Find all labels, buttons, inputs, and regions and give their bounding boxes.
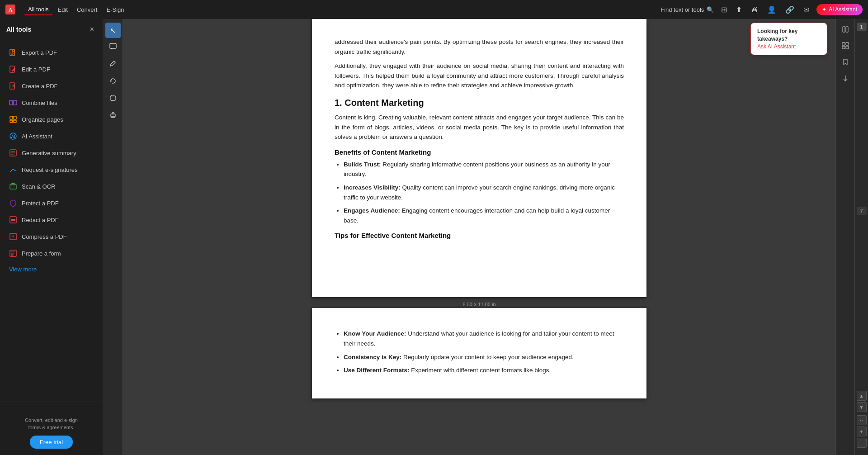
sidebar-header: All tools ×: [0, 19, 103, 40]
ai-tooltip: Looking for key takeaways? Ask AI Assist…: [750, 23, 827, 55]
scroll-up-button[interactable]: ▲: [857, 391, 867, 401]
sidebar-item-create-pdf[interactable]: Create a PDF: [3, 78, 100, 94]
svg-rect-10: [14, 120, 16, 123]
crop-tool-button[interactable]: [105, 91, 121, 107]
menu-edit[interactable]: Edit: [54, 5, 71, 15]
svg-rect-6: [14, 100, 17, 105]
sidebar-item-request-esignatures[interactable]: Request e-signatures: [3, 161, 100, 178]
share-icon[interactable]: ⬆: [734, 4, 744, 16]
sidebar: All tools × Export a PDF Edit a PDF: [0, 19, 103, 455]
app-brand: A: [5, 5, 15, 14]
sidebar-item-redact-pdf[interactable]: Redact a PDF: [3, 212, 100, 228]
page-number-7[interactable]: 7: [857, 207, 867, 215]
scroll-down-button[interactable]: ▼: [857, 402, 867, 412]
select-icon: ↖: [110, 26, 116, 35]
create-pdf-icon: [9, 82, 17, 90]
svg-rect-20: [110, 43, 116, 48]
sidebar-item-generative-summary[interactable]: Generative summary: [3, 145, 100, 161]
sidebar-close-button[interactable]: ×: [88, 24, 96, 34]
sidebar-item-edit-pdf[interactable]: Edit a PDF: [3, 61, 100, 77]
ai-assistant-button[interactable]: ✦ AI Assistant: [816, 4, 863, 15]
scan-ocr-icon: [9, 182, 17, 190]
crop-icon: [109, 95, 117, 104]
find-tools-label: Find text or tools: [660, 6, 704, 13]
main-layout: All tools × Export a PDF Edit a PDF: [0, 19, 868, 455]
pdf-intro-text1: addressed their audience's pain points. …: [335, 37, 624, 57]
menu-convert[interactable]: Convert: [73, 5, 101, 15]
menu-all-tools[interactable]: All tools: [24, 4, 52, 15]
pdf-page-bottom-space: [335, 243, 624, 279]
generative-summary-icon: [9, 149, 17, 157]
pdf-tip3-text: Experiment with different content format…: [410, 367, 551, 374]
view-more-link[interactable]: View more: [3, 262, 100, 276]
pdf-benefit3: Engages Audience: Engaging content encou…: [344, 206, 624, 225]
zoom-in-button[interactable]: +: [857, 427, 867, 436]
stamp-tool-button[interactable]: [105, 109, 121, 124]
svg-rect-8: [14, 116, 16, 119]
pdf-page-2: Know Your Audience: Understand what your…: [312, 308, 646, 398]
organize-pages-label: Organize pages: [22, 116, 63, 123]
pdf-tip3-label: Use Different Formats:: [344, 367, 410, 374]
organize-pages-icon: [9, 115, 17, 123]
svg-rect-23: [112, 113, 114, 114]
comment-tool-button[interactable]: [105, 40, 121, 55]
compress-pdf-icon: [9, 232, 17, 241]
edit-pdf-label: Edit a PDF: [22, 66, 50, 73]
svg-rect-22: [111, 114, 115, 117]
export-pdf-icon: [9, 48, 17, 57]
sidebar-item-protect-pdf[interactable]: Protect a PDF: [3, 195, 100, 211]
select-tool-button[interactable]: ↖: [105, 23, 121, 38]
combine-files-label: Combine files: [22, 100, 57, 106]
right-panel-icon-2[interactable]: [839, 39, 852, 52]
sidebar-title: All tools: [6, 26, 31, 33]
pdf-benefits-list: Builds Trust: Regularly sharing informat…: [344, 160, 624, 226]
sidebar-item-ai-assistant[interactable]: AI AI Assistant: [3, 128, 100, 144]
page-number-1[interactable]: 1: [857, 23, 867, 31]
edit-pdf-icon: [9, 65, 17, 73]
combine-files-icon: [9, 99, 17, 107]
sidebar-footer: Convert, edit and e-signforms & agreemen…: [0, 402, 103, 455]
link-icon[interactable]: 🔗: [783, 4, 796, 16]
rotate-tool-button[interactable]: [105, 74, 121, 90]
footer-text: Convert, edit and e-signforms & agreemen…: [25, 417, 78, 431]
right-panel-icon-4[interactable]: [839, 71, 852, 85]
user-icon[interactable]: 👤: [765, 4, 778, 16]
pdf-benefits-heading: Benefits of Content Marketing: [335, 148, 624, 156]
svg-rect-29: [846, 46, 849, 49]
pdf-page-1: addressed their audience's pain points. …: [312, 19, 646, 297]
sidebar-item-organize-pages[interactable]: Organize pages: [3, 111, 100, 128]
menu-esign[interactable]: E-Sign: [103, 5, 127, 15]
print-icon[interactable]: 🖨: [749, 4, 760, 15]
zoom-fit-button[interactable]: ↔: [857, 415, 867, 425]
comment-icon: [109, 43, 117, 52]
page-size-label: 8.50 × 11.00 in: [462, 302, 495, 307]
ai-assistant-sidebar-label: AI Assistant: [22, 133, 52, 140]
right-panel-icon-1[interactable]: [839, 23, 852, 36]
grid-icon[interactable]: ⊞: [719, 4, 729, 16]
find-tools[interactable]: Find text or tools 🔍: [660, 6, 714, 13]
page-numbers-strip: 1 7 ▲ ▼ ↔ + −: [854, 19, 868, 455]
sidebar-item-compress-pdf[interactable]: Compress a PDF: [3, 228, 100, 245]
search-icon: 🔍: [707, 6, 714, 13]
ai-star-icon: ✦: [822, 6, 826, 13]
sidebar-item-export-pdf[interactable]: Export a PDF: [3, 44, 100, 61]
free-trial-button[interactable]: Free trial: [30, 436, 73, 449]
pdf-tips-heading: Tips for Effective Content Marketing: [335, 232, 624, 239]
menu-items: All tools Edit Convert E-Sign: [24, 4, 128, 15]
sidebar-item-combine-files[interactable]: Combine files: [3, 95, 100, 111]
pdf-viewer[interactable]: addressed their audience's pain points. …: [123, 19, 835, 455]
sidebar-item-scan-ocr[interactable]: Scan & OCR: [3, 178, 100, 194]
right-panel: [835, 19, 854, 455]
sidebar-item-prepare-form[interactable]: Prepare a form: [3, 245, 100, 261]
stamp-icon: [109, 112, 117, 121]
svg-rect-25: [846, 27, 848, 32]
email-icon[interactable]: ✉: [802, 4, 811, 16]
pdf-tip1: Know Your Audience: Understand what your…: [344, 329, 624, 348]
scan-ocr-label: Scan & OCR: [22, 183, 55, 190]
pdf-tip2-label: Consistency is Key:: [344, 354, 401, 360]
generative-summary-label: Generative summary: [22, 150, 76, 156]
redact-pdf-icon: [9, 216, 17, 224]
right-panel-icon-3[interactable]: [839, 55, 852, 69]
zoom-out-button[interactable]: −: [857, 438, 867, 448]
draw-tool-button[interactable]: [105, 57, 121, 72]
